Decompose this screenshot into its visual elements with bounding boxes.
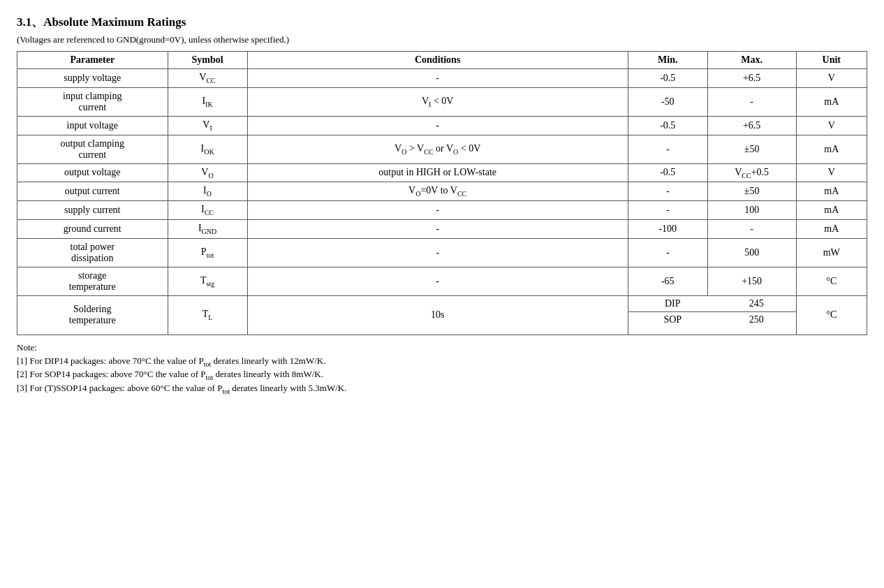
header-unit: Unit <box>796 52 867 69</box>
cell-parameter: supply current <box>17 201 168 220</box>
cell-max: +6.5 <box>707 69 796 88</box>
cell-max: VCC+0.5 <box>707 163 796 182</box>
cell-unit: mA <box>796 182 867 201</box>
note-section: Note: [1] For DIP14 packages: above 70°C… <box>17 342 867 395</box>
note-title: Note: <box>17 342 867 353</box>
cell-max: ±50 <box>707 182 796 201</box>
cell-unit: mA <box>796 219 867 238</box>
soldering-row: Soldering temperatureTL10s DIP 245 SOP 2… <box>17 295 867 335</box>
cell-min: - <box>628 201 707 220</box>
cell-min: -100 <box>628 219 707 238</box>
cell-symbol: VI <box>168 116 247 135</box>
cell-conditions: - <box>247 69 628 88</box>
cell-min: -0.5 <box>628 69 707 88</box>
cell-symbol: IOK <box>168 135 247 163</box>
cell-conditions: - <box>247 267 628 295</box>
cell-max: ±50 <box>707 135 796 163</box>
cell-soldering-minmax: DIP 245 SOP 250 <box>628 295 796 335</box>
cell-unit: V <box>796 69 867 88</box>
table-row: supply currentICC--100mA <box>17 201 867 220</box>
cell-min: - <box>628 182 707 201</box>
cell-symbol: IO <box>168 182 247 201</box>
cell-unit: V <box>796 163 867 182</box>
header-symbol: Symbol <box>168 52 247 69</box>
cell-min: - <box>628 135 707 163</box>
cell-symbol: Ptot <box>168 238 247 267</box>
cell-max: - <box>707 87 796 116</box>
note-line-3: [3] For (T)SSOP14 packages: above 60°C t… <box>17 383 867 395</box>
table-row: output voltageVOoutput in HIGH or LOW-st… <box>17 163 867 182</box>
cell-max: 100 <box>707 201 796 220</box>
cell-parameter: input clamping current <box>17 87 168 116</box>
cell-conditions: VI < 0V <box>247 87 628 116</box>
cell-conditions: output in HIGH or LOW-state <box>247 163 628 182</box>
cell-unit: °C <box>796 267 867 295</box>
cell-min: -0.5 <box>628 163 707 182</box>
cell-max: +6.5 <box>707 116 796 135</box>
cell-symbol: IIK <box>168 87 247 116</box>
table-row: input voltageVI--0.5+6.5V <box>17 116 867 135</box>
cell-parameter: output voltage <box>17 163 168 182</box>
header-conditions: Conditions <box>247 52 628 69</box>
cell-parameter: output current <box>17 182 168 201</box>
cell-soldering-parameter: Soldering temperature <box>17 295 168 335</box>
cell-symbol: ICC <box>168 201 247 220</box>
ratings-table: Parameter Symbol Conditions Min. Max. Un… <box>17 51 867 335</box>
cell-parameter: output clamping current <box>17 135 168 163</box>
cell-symbol: Tstg <box>168 267 247 295</box>
header-parameter: Parameter <box>17 52 168 69</box>
table-row: total power dissipationPtot--500mW <box>17 238 867 267</box>
note-line-2: [2] For SOP14 packages: above 70°C the v… <box>17 369 867 381</box>
cell-symbol: VCC <box>168 69 247 88</box>
cell-conditions: - <box>247 219 628 238</box>
cell-conditions: - <box>247 116 628 135</box>
subtitle: (Voltages are referenced to GND(ground=0… <box>17 34 867 45</box>
cell-min: - <box>628 238 707 267</box>
cell-symbol: IGND <box>168 219 247 238</box>
cell-min: -65 <box>628 267 707 295</box>
table-row: output currentIOVO=0V to VCC-±50mA <box>17 182 867 201</box>
cell-min: -50 <box>628 87 707 116</box>
cell-conditions: - <box>247 201 628 220</box>
cell-parameter: input voltage <box>17 116 168 135</box>
table-row: ground currentIGND--100-mA <box>17 219 867 238</box>
cell-parameter: supply voltage <box>17 69 168 88</box>
header-max: Max. <box>707 52 796 69</box>
header-min: Min. <box>628 52 707 69</box>
cell-unit: V <box>796 116 867 135</box>
table-row: input clamping currentIIKVI < 0V-50-mA <box>17 87 867 116</box>
cell-conditions: VO > VCC or VO < 0V <box>247 135 628 163</box>
cell-unit: mA <box>796 87 867 116</box>
table-row: supply voltageVCC--0.5+6.5V <box>17 69 867 88</box>
cell-conditions: VO=0V to VCC <box>247 182 628 201</box>
section-title: 3.1、Absolute Maximum Ratings <box>17 14 867 30</box>
cell-unit: mW <box>796 238 867 267</box>
cell-symbol: VO <box>168 163 247 182</box>
cell-max: +150 <box>707 267 796 295</box>
cell-soldering-conditions-left: 10s <box>247 295 628 335</box>
cell-unit: mA <box>796 201 867 220</box>
cell-unit: mA <box>796 135 867 163</box>
cell-conditions: - <box>247 238 628 267</box>
table-row: output clamping currentIOKVO > VCC or VO… <box>17 135 867 163</box>
cell-parameter: total power dissipation <box>17 238 168 267</box>
cell-parameter: storage temperature <box>17 267 168 295</box>
cell-soldering-symbol: TL <box>168 295 247 335</box>
cell-soldering-unit: °C <box>796 295 867 335</box>
cell-max: - <box>707 219 796 238</box>
cell-min: -0.5 <box>628 116 707 135</box>
table-row: storage temperatureTstg--65+150°C <box>17 267 867 295</box>
cell-max: 500 <box>707 238 796 267</box>
note-line-1: [1] For DIP14 packages: above 70°C the v… <box>17 355 867 368</box>
cell-parameter: ground current <box>17 219 168 238</box>
